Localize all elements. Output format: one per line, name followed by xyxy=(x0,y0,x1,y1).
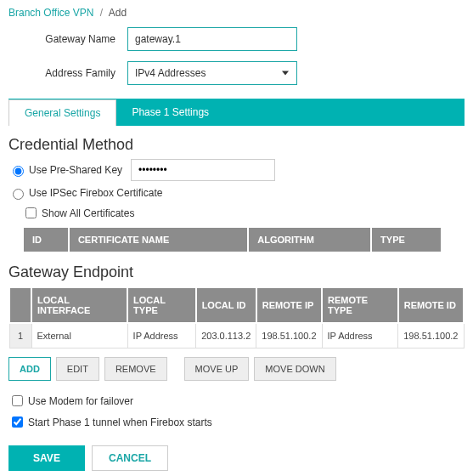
endpoint-header-idx xyxy=(9,287,31,323)
endpoint-header-local-interface: LOCAL INTERFACE xyxy=(31,287,127,323)
endpoint-cell-remote-type: IP Address xyxy=(322,323,398,348)
psk-label: Use Pre-Shared Key xyxy=(29,164,122,176)
endpoint-cell-local-type: IP Address xyxy=(127,323,196,348)
endpoint-cell-remote-id: 198.51.100.2 xyxy=(398,323,464,348)
move-up-button[interactable]: MOVE UP xyxy=(184,357,250,381)
show-all-certs-label: Show All Certificates xyxy=(42,207,134,219)
cert-header-type: TYPE xyxy=(371,227,442,252)
breadcrumb: Branch Office VPN / Add xyxy=(8,7,465,19)
breadcrumb-parent[interactable]: Branch Office VPN xyxy=(8,7,94,19)
tab-bar: General Settings Phase 1 Settings xyxy=(8,99,465,126)
cert-label: Use IPSec Firebox Certificate xyxy=(29,187,162,199)
modem-failover-label: Use Modem for failover xyxy=(28,395,133,407)
breadcrumb-current: Add xyxy=(109,7,127,19)
endpoint-cell-local-interface: External xyxy=(31,323,127,348)
add-button[interactable]: ADD xyxy=(8,357,51,381)
edit-button[interactable]: EDIT xyxy=(56,357,99,381)
endpoint-header-remote-ip: REMOTE IP xyxy=(256,287,322,323)
modem-failover-checkbox[interactable] xyxy=(12,395,23,406)
endpoint-header-local-type: LOCAL TYPE xyxy=(127,287,196,323)
cert-header-algorithm: ALGORITHM xyxy=(248,227,371,252)
move-down-button[interactable]: MOVE DOWN xyxy=(254,357,335,381)
breadcrumb-separator: / xyxy=(100,7,103,19)
save-button[interactable]: SAVE xyxy=(8,445,85,471)
start-phase1-label: Start Phase 1 tunnel when Firebox starts xyxy=(28,416,212,428)
gateway-endpoint-title: Gateway Endpoint xyxy=(8,264,465,281)
endpoint-cell-local-id: 203.0.113.2 xyxy=(196,323,256,348)
start-phase1-checkbox[interactable] xyxy=(12,416,23,428)
credential-method-title: Credential Method xyxy=(8,136,465,154)
remove-button[interactable]: REMOVE xyxy=(104,357,167,381)
cert-header-id: ID xyxy=(23,227,69,252)
endpoint-header-local-id: LOCAL ID xyxy=(196,287,256,323)
cancel-button[interactable]: CANCEL xyxy=(92,445,168,471)
tab-general-settings[interactable]: General Settings xyxy=(8,99,116,126)
gateway-name-label: Gateway Name xyxy=(8,33,127,45)
address-family-label: Address Family xyxy=(8,67,127,79)
endpoint-cell-remote-ip: 198.51.100.2 xyxy=(256,323,322,348)
psk-input[interactable] xyxy=(131,159,275,181)
endpoint-header-remote-id: REMOTE ID xyxy=(398,287,464,323)
tab-phase1-settings[interactable]: Phase 1 Settings xyxy=(116,99,224,126)
address-family-select[interactable]: IPv4 Addresses xyxy=(127,61,297,85)
endpoint-cell-idx: 1 xyxy=(9,323,31,348)
endpoint-row[interactable]: 1 External IP Address 203.0.113.2 198.51… xyxy=(9,323,464,348)
endpoint-header-remote-type: REMOTE TYPE xyxy=(322,287,398,323)
cert-radio[interactable] xyxy=(13,189,24,200)
gateway-name-input[interactable] xyxy=(127,27,297,51)
psk-radio[interactable] xyxy=(13,166,24,177)
certificate-table: ID CERTIFICATE NAME ALGORITHM TYPE xyxy=(22,226,442,253)
endpoint-table: LOCAL INTERFACE LOCAL TYPE LOCAL ID REMO… xyxy=(8,286,465,348)
show-all-certs-checkbox[interactable] xyxy=(25,207,37,218)
cert-header-name: CERTIFICATE NAME xyxy=(69,227,248,252)
